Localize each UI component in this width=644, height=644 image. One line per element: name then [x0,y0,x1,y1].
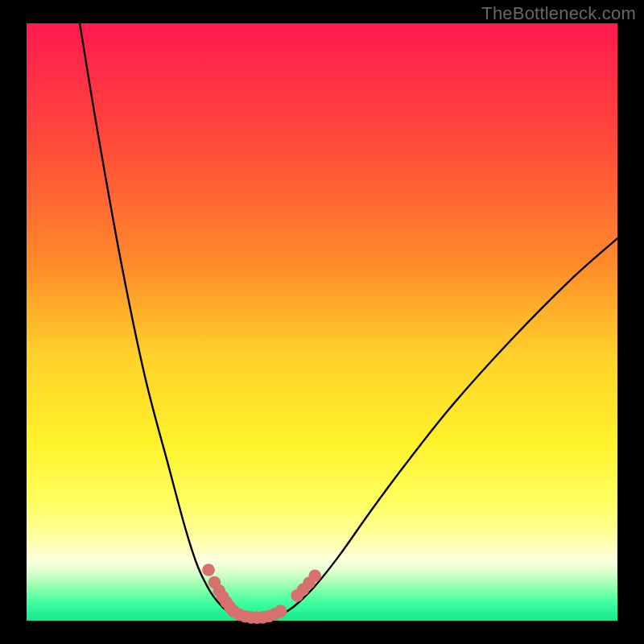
bottleneck-chart [0,0,644,644]
data-point [308,570,321,583]
data-point [202,564,215,576]
chart-container: { "watermark": "TheBottleneck.com", "col… [0,0,644,644]
watermark-text: TheBottleneck.com [481,3,636,24]
data-point [275,605,287,617]
